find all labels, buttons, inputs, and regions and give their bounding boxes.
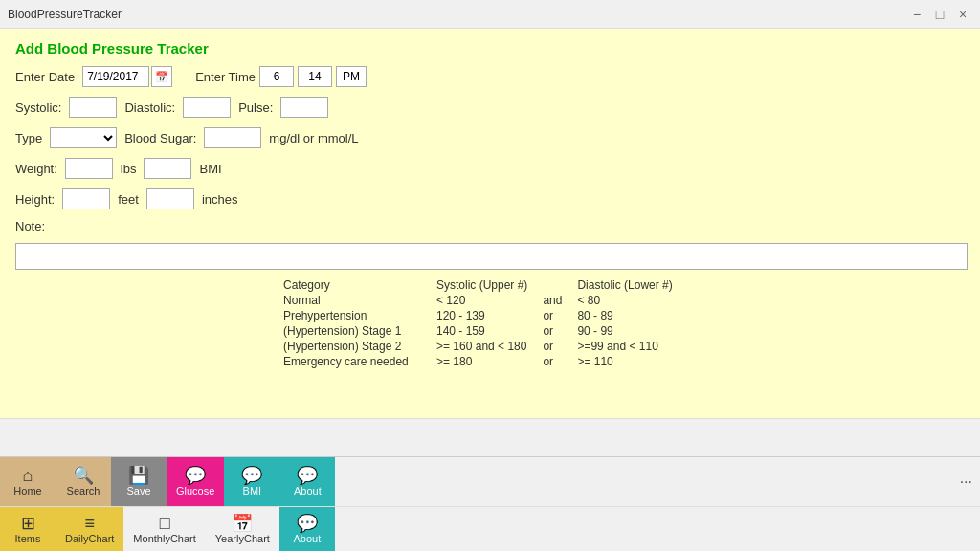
nav-home-label: Home [13,486,41,496]
nav-search-button[interactable]: 🔍 Search [56,457,111,506]
ref-andor: or [543,354,577,369]
more-button[interactable]: ··· [960,474,972,491]
ref-table-row: Emergency care needed >= 180 or >= 110 [283,354,692,369]
ref-andor: or [543,323,577,339]
type-dropdown[interactable] [50,127,117,148]
height-inches-input[interactable] [146,188,194,209]
nav-about-bot-button[interactable]: 💬 About [279,507,335,551]
monthlychart-icon: □ [160,515,170,532]
systolic-input[interactable] [69,97,117,118]
height-unit1: feet [118,192,139,207]
nav-row-bottom: ⊞ Items ≡ DailyChart □ MonthlyChart 📅 Ye… [0,507,980,551]
weight-input[interactable] [65,158,113,179]
ref-table-row: (Hypertension) Stage 2 >= 160 and < 180 … [283,339,692,354]
blood-sugar-label: Blood Sugar: [124,131,196,145]
ref-diastolic: 90 - 99 [577,323,692,339]
search-icon: 🔍 [73,467,94,484]
bmi-label: BMI [199,162,221,176]
nav-search-label: Search [67,486,100,496]
ref-diastolic: >=99 and < 110 [577,339,692,354]
page-title: Add Blood Pressure Tracker [15,40,965,56]
time-hour-input[interactable] [259,66,294,87]
nav-items-button[interactable]: ⊞ Items [0,507,56,551]
height-row: Height: feet inches [15,188,965,209]
ref-table-row: Normal < 120 and < 80 [283,293,692,308]
vitals-row: Systolic: Diastolic: Pulse: [15,97,965,118]
nav-bmi-label: BMI [243,486,262,496]
nav-about-top-button[interactable]: 💬 About [279,457,335,506]
ref-header-andor [543,277,577,293]
date-field: 📅 [82,66,172,87]
diastolic-input[interactable] [183,97,231,118]
nav-yearlychart-button[interactable]: 📅 YearlyChart [206,507,279,551]
main-content: Add Blood Pressure Tracker Enter Date 📅 … [0,29,980,418]
nav-monthlychart-button[interactable]: □ MonthlyChart [123,507,205,551]
nav-dailychart-label: DailyChart [65,534,114,544]
type-sugar-row: Type Blood Sugar: mg/dl or mmol/L [15,127,965,148]
date-input[interactable] [82,66,149,87]
nav-yearlychart-label: YearlyChart [215,534,270,544]
bottom-nav: ⌂ Home 🔍 Search 💾 Save 💬 Glucose 💬 BMI 💬… [0,456,980,551]
nav-monthlychart-label: MonthlyChart [133,534,195,544]
maximize-button[interactable]: □ [930,5,949,24]
ref-diastolic: < 80 [577,293,692,308]
items-icon: ⊞ [21,515,35,532]
weight-bmi-row: Weight: lbs BMI [15,158,965,179]
ref-category: Normal [283,293,436,308]
ref-header-category: Category [283,277,436,293]
note-input[interactable] [15,243,968,270]
close-button[interactable]: × [953,5,972,24]
ref-category: (Hypertension) Stage 1 [283,323,436,339]
ampm-button[interactable]: PM [336,66,367,87]
save-icon: 💾 [128,467,149,484]
nav-row-top: ⌂ Home 🔍 Search 💾 Save 💬 Glucose 💬 BMI 💬… [0,457,980,507]
ref-category: (Hypertension) Stage 2 [283,339,436,354]
enter-date-label: Enter Date [15,70,75,84]
height-unit2: inches [202,192,238,207]
nav-save-button[interactable]: 💾 Save [111,457,167,506]
app-title: BloodPressureTracker [8,8,907,21]
blood-sugar-input[interactable] [204,127,261,148]
type-label: Type [15,131,42,145]
bmi-input[interactable] [144,158,191,179]
ref-systolic: < 120 [436,293,543,308]
titlebar: BloodPressureTracker − □ × [0,0,980,29]
dailychart-icon: ≡ [84,515,95,532]
ref-andor: or [543,308,577,323]
weight-unit: lbs [121,162,137,176]
minimize-button[interactable]: − [907,5,926,24]
date-time-row: Enter Date 📅 Enter Time PM [15,66,965,87]
enter-time-label: Enter Time [195,70,256,84]
ref-systolic: 140 - 159 [436,323,543,339]
reference-table: Category Systolic (Upper #) Diastolic (L… [283,277,692,369]
weight-label: Weight: [15,162,57,176]
bmi-icon: 💬 [241,467,262,484]
nav-glucose-button[interactable]: 💬 Glucose [167,457,224,506]
diastolic-label: Diastolic: [124,100,175,115]
glucose-icon: 💬 [185,467,206,484]
ref-diastolic: 80 - 89 [577,308,692,323]
time-minute-input[interactable] [298,66,332,87]
nav-glucose-label: Glucose [176,486,214,496]
nav-save-label: Save [126,486,150,496]
about-top-icon: 💬 [297,467,318,484]
calendar-icon[interactable]: 📅 [151,66,172,87]
home-icon: ⌂ [23,467,33,484]
pulse-input[interactable] [280,97,328,118]
nav-bmi-button[interactable]: 💬 BMI [224,457,279,506]
ref-header-systolic: Systolic (Upper #) [436,277,543,293]
separator-area [0,418,980,456]
ref-diastolic: >= 110 [577,354,692,369]
nav-about-top-label: About [294,486,322,496]
ref-andor: and [543,293,577,308]
time-section: Enter Time PM [195,66,367,87]
nav-dailychart-button[interactable]: ≡ DailyChart [56,507,123,551]
ref-systolic: 120 - 139 [436,308,543,323]
ref-table-row: (Hypertension) Stage 1 140 - 159 or 90 -… [283,323,692,339]
nav-home-button[interactable]: ⌂ Home [0,457,56,506]
height-feet-input[interactable] [62,188,110,209]
reference-table-container: Category Systolic (Upper #) Diastolic (L… [15,277,965,369]
about-bot-icon: 💬 [297,515,318,532]
ref-table-row: Prehypertension 120 - 139 or 80 - 89 [283,308,692,323]
ref-andor: or [543,339,577,354]
